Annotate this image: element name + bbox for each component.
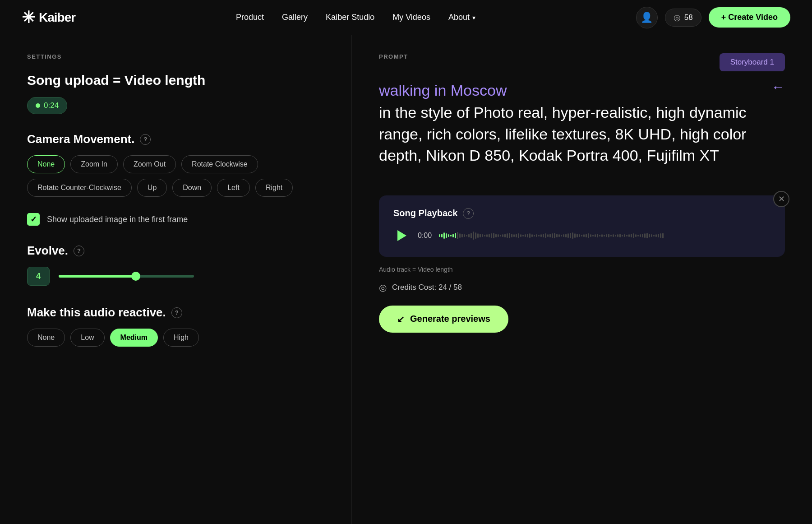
waveform-bar [534, 235, 535, 236]
waveform-bar [595, 234, 596, 237]
camera-btn-zoom-out[interactable]: Zoom Out [123, 155, 176, 173]
waveform-bar [531, 234, 533, 237]
waveform-bar [649, 234, 650, 237]
waveform-bar [466, 235, 467, 236]
storyboard-button[interactable]: Storyboard 1 [720, 53, 785, 71]
camera-btn-zoom-in[interactable]: Zoom In [70, 155, 118, 173]
audio-btn-medium[interactable]: Medium [110, 329, 158, 347]
evolve-slider-track[interactable] [59, 275, 194, 278]
waveform-bar [583, 234, 585, 237]
audio-reactive-help-icon[interactable]: ? [171, 307, 182, 318]
credits-coin-icon: ◎ [379, 282, 387, 293]
credits-row: ◎ Credits Cost: 24 / 58 [379, 282, 785, 293]
audio-reactive-heading: Make this audio reactive. ? [27, 306, 324, 320]
user-avatar-button[interactable]: 👤 [636, 7, 658, 28]
waveform-bar [457, 232, 458, 239]
nav-studio[interactable]: Kaiber Studio [326, 13, 374, 22]
waveform-bar [633, 233, 634, 238]
waveform-bar [556, 234, 558, 237]
waveform-bar [597, 234, 598, 237]
camera-btn-rotate-ccw[interactable]: Rotate Counter-Clockwise [27, 179, 132, 197]
waveform-bar [570, 233, 571, 238]
logo-mark: ✳ [22, 8, 34, 27]
waveform-bar [525, 234, 526, 237]
camera-btn-up[interactable]: Up [137, 179, 167, 197]
waveform-bar [507, 233, 508, 238]
waveform-bar [471, 233, 472, 238]
evolve-heading: Evolve. ? [27, 244, 324, 258]
first-frame-checkbox[interactable]: ✓ [27, 213, 40, 226]
waveform-bar [547, 234, 549, 237]
nav-my-videos[interactable]: My Videos [392, 13, 430, 22]
waveform-bar [468, 234, 470, 237]
camera-btn-down[interactable]: Down [172, 179, 212, 197]
settings-panel: SETTINGS Song upload = Video length 0:24… [0, 35, 352, 524]
camera-btn-left[interactable]: Left [217, 179, 250, 197]
main-layout: SETTINGS Song upload = Video length 0:24… [0, 35, 812, 524]
evolve-slider-thumb[interactable] [131, 272, 140, 281]
waveform-bar [484, 235, 485, 236]
camera-movement-help-icon[interactable]: ? [140, 134, 151, 145]
waveform-bar [604, 235, 605, 236]
evolve-help-icon[interactable]: ? [74, 246, 84, 256]
waveform-bar [446, 233, 447, 238]
nav-gallery[interactable]: Gallery [282, 13, 308, 22]
song-upload-title: Song upload = Video length [27, 73, 324, 88]
waveform-bar [543, 234, 544, 237]
waveform-bar [610, 235, 612, 236]
evolve-section: Evolve. ? 4 [27, 244, 324, 286]
waveform-bar [655, 234, 657, 237]
waveform-bar [579, 234, 580, 237]
audio-reactive-buttons: None Low Medium High [27, 329, 324, 347]
camera-btn-rotate-cw[interactable]: Rotate Clockwise [181, 155, 258, 173]
playback-header: Song Playback ? [393, 208, 770, 219]
waveform-bar [588, 233, 589, 238]
waveform-bar [538, 235, 540, 236]
create-video-button[interactable]: + Create Video [709, 7, 790, 28]
close-playback-button[interactable]: ✕ [773, 191, 789, 207]
waveform-bar [662, 233, 664, 238]
play-button[interactable] [393, 227, 411, 244]
waveform-bar [527, 234, 528, 237]
waveform-bar [574, 233, 576, 238]
waveform-bar [529, 233, 531, 238]
audio-btn-low[interactable]: Low [70, 329, 104, 347]
waveform-bar [615, 235, 616, 236]
time-code: 0:00 [418, 232, 432, 240]
play-icon [397, 230, 406, 241]
nav-about[interactable]: About ▾ [448, 13, 475, 22]
logo[interactable]: ✳ Kaiber [22, 8, 75, 27]
camera-btn-right[interactable]: Right [255, 179, 293, 197]
waveform-bar [520, 234, 521, 237]
waveform-bar [558, 234, 560, 237]
waveform-bar [599, 235, 600, 236]
waveform-bar [495, 234, 497, 237]
waveform-bar [464, 234, 465, 237]
playback-help-icon[interactable]: ? [463, 208, 474, 219]
first-frame-label: Show uploaded image in the first frame [47, 215, 188, 224]
camera-btn-none[interactable]: None [27, 155, 65, 173]
waveform-bar [498, 234, 499, 237]
generate-previews-button[interactable]: ↙ Generate previews [379, 306, 508, 333]
chevron-down-icon: ▾ [472, 14, 475, 21]
waveform-bar [513, 234, 515, 237]
waveform-bar [549, 234, 551, 237]
back-arrow-button[interactable]: ← [771, 80, 785, 94]
waveform-bar [545, 233, 546, 238]
waveform-bar [637, 235, 639, 236]
audio-btn-none[interactable]: None [27, 329, 65, 347]
audio-btn-high[interactable]: High [163, 329, 199, 347]
camera-movement-buttons: None Zoom In Zoom Out Rotate Clockwise R… [27, 155, 324, 197]
waveform-bar [651, 234, 652, 237]
waveform-bar [452, 234, 454, 237]
nav-actions: 👤 ◎ 58 + Create Video [636, 7, 790, 28]
waveform-bar [622, 235, 623, 236]
waveform-bar [626, 235, 627, 236]
waveform-bar [516, 234, 517, 237]
audio-reactive-section: Make this audio reactive. ? None Low Med… [27, 306, 324, 347]
evolve-slider-row: 4 [27, 267, 324, 286]
waveform-bar [631, 234, 632, 237]
nav-product[interactable]: Product [236, 13, 264, 22]
credits-button[interactable]: ◎ 58 [665, 9, 701, 27]
waveform-bar [522, 235, 524, 236]
